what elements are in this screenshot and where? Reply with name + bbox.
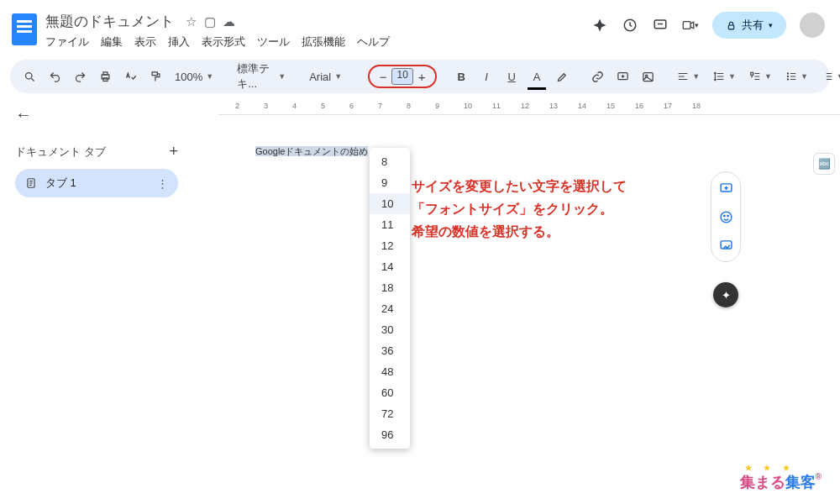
header-actions: ▾ 共有 ▾ xyxy=(591,12,825,39)
gemini-fab-icon[interactable]: ✦ xyxy=(713,282,738,307)
menu-edit[interactable]: 編集 xyxy=(101,34,123,50)
ruler-tick: 5 xyxy=(321,102,325,110)
font-size-option[interactable]: 18 xyxy=(370,277,410,298)
menu-format[interactable]: 表示形式 xyxy=(202,34,245,50)
font-size-dropdown: 89101112141824303648607296 xyxy=(370,148,410,449)
insert-image-icon[interactable] xyxy=(637,66,659,87)
share-label: 共有 xyxy=(742,18,764,33)
svg-point-21 xyxy=(727,215,727,216)
font-size-option[interactable]: 9 xyxy=(370,172,410,193)
ruler-tick: 4 xyxy=(292,102,297,110)
comments-icon[interactable] xyxy=(652,17,669,34)
font-size-option[interactable]: 72 xyxy=(370,403,410,424)
docs-logo-icon[interactable] xyxy=(12,13,37,45)
menu-insert[interactable]: 挿入 xyxy=(168,34,190,50)
add-emoji-icon[interactable] xyxy=(715,206,737,228)
font-size-control: − 10 + xyxy=(368,65,437,88)
numbered-list-dropdown[interactable]: ▼ xyxy=(816,71,840,82)
font-size-option[interactable]: 96 xyxy=(370,424,410,445)
menu-tools[interactable]: ツール xyxy=(257,34,290,50)
title-block: 無題のドキュメント ☆ ▢ ☁ ファイル 編集 表示 挿入 表示形式 ツール 拡… xyxy=(45,12,583,50)
tab-label: タブ 1 xyxy=(45,176,76,191)
account-avatar[interactable] xyxy=(800,13,825,38)
document-body-text[interactable]: Googleドキュメントの始め xyxy=(255,145,368,158)
bulleted-list-dropdown[interactable]: ▼ xyxy=(780,71,813,82)
meet-icon[interactable]: ▾ xyxy=(682,17,699,34)
search-icon[interactable] xyxy=(18,66,40,87)
svg-rect-13 xyxy=(751,72,753,75)
checklist-dropdown[interactable]: ▼ xyxy=(744,71,777,82)
menu-file[interactable]: ファイル xyxy=(45,34,89,50)
tab-menu-icon[interactable]: ⋮ xyxy=(157,177,168,190)
menu-extensions[interactable]: 拡張機能 xyxy=(302,34,345,50)
ruler[interactable]: 23456789101112131415161718 xyxy=(218,100,840,115)
app-header: 無題のドキュメント ☆ ▢ ☁ ファイル 編集 表示 挿入 表示形式 ツール 拡… xyxy=(0,0,840,53)
italic-button[interactable]: I xyxy=(475,66,497,87)
toolbar: 100%▼ 標準テキ...▼ Arial▼ − 10 + B I U A ▼ ▼… xyxy=(10,60,830,93)
add-comment-icon[interactable] xyxy=(715,177,737,199)
font-size-option[interactable]: 11 xyxy=(370,214,410,235)
font-size-option[interactable]: 8 xyxy=(370,151,410,172)
move-folder-icon[interactable]: ▢ xyxy=(204,14,216,29)
add-tab-button[interactable]: + xyxy=(169,143,178,160)
font-size-input[interactable]: 10 xyxy=(391,68,413,85)
svg-point-20 xyxy=(723,215,724,216)
translate-icon[interactable]: 🔤 xyxy=(813,153,835,175)
ruler-tick: 7 xyxy=(378,102,382,110)
font-size-option[interactable]: 60 xyxy=(370,382,410,403)
svg-point-14 xyxy=(787,73,788,74)
suggest-edits-icon[interactable] xyxy=(715,234,737,256)
line-spacing-dropdown[interactable]: ▼ xyxy=(708,71,741,82)
svg-point-15 xyxy=(787,76,788,76)
insert-link-icon[interactable] xyxy=(586,66,608,87)
font-size-option[interactable]: 10 xyxy=(370,193,410,214)
history-icon[interactable] xyxy=(622,17,638,34)
align-dropdown[interactable]: ▼ xyxy=(672,71,705,82)
doc-title[interactable]: 無題のドキュメント xyxy=(45,12,174,31)
font-size-option[interactable]: 12 xyxy=(370,235,410,256)
gemini-icon[interactable] xyxy=(591,17,608,34)
ruler-tick: 3 xyxy=(264,102,268,110)
font-value: Arial xyxy=(309,71,331,83)
highlight-button[interactable] xyxy=(551,66,573,87)
paragraph-style-dropdown[interactable]: 標準テキ...▼ xyxy=(232,61,291,92)
svg-rect-3 xyxy=(683,22,690,29)
bold-button[interactable]: B xyxy=(450,66,472,87)
ruler-tick: 12 xyxy=(521,102,529,110)
font-size-increase-button[interactable]: + xyxy=(413,70,430,84)
zoom-dropdown[interactable]: 100%▼ xyxy=(170,71,218,83)
menu-help[interactable]: ヘルプ xyxy=(357,34,390,50)
menu-view[interactable]: 表示 xyxy=(134,34,156,50)
ruler-tick: 8 xyxy=(407,102,411,110)
zoom-value: 100% xyxy=(175,71,202,83)
font-size-option[interactable]: 36 xyxy=(370,340,410,361)
font-size-decrease-button[interactable]: − xyxy=(375,70,391,84)
star-icon[interactable]: ☆ xyxy=(186,14,197,29)
font-size-option[interactable]: 24 xyxy=(370,298,410,319)
undo-icon[interactable] xyxy=(44,66,66,87)
document-tab-item[interactable]: タブ 1 ⋮ xyxy=(15,169,178,197)
ruler-tick: 17 xyxy=(664,102,672,110)
underline-button[interactable]: U xyxy=(501,66,522,87)
insert-comment-icon[interactable] xyxy=(612,66,633,87)
ruler-tick: 10 xyxy=(464,102,472,110)
font-size-option[interactable]: 30 xyxy=(370,319,410,340)
cloud-status-icon[interactable]: ☁ xyxy=(223,14,235,29)
brand-watermark: ★ ★ ★ 集まる集客® xyxy=(740,472,822,492)
ruler-tick: 16 xyxy=(635,102,643,110)
print-icon[interactable] xyxy=(94,66,116,87)
font-family-dropdown[interactable]: Arial▼ xyxy=(304,71,354,83)
svg-rect-9 xyxy=(152,71,157,75)
paint-format-icon[interactable] xyxy=(144,66,166,87)
text-color-button[interactable]: A xyxy=(526,66,548,87)
back-arrow-icon[interactable]: ← xyxy=(15,105,178,124)
font-size-option[interactable]: 48 xyxy=(370,361,410,382)
rail-group xyxy=(711,171,741,262)
redo-icon[interactable] xyxy=(69,66,91,87)
share-button[interactable]: 共有 ▾ xyxy=(712,12,786,39)
selected-text: Googleドキュメントの始め xyxy=(255,146,368,156)
spellcheck-icon[interactable] xyxy=(119,66,141,87)
font-size-option[interactable]: 14 xyxy=(370,256,410,277)
comment-rail: ✦ xyxy=(711,171,741,307)
page[interactable]: Googleドキュメントの始め xyxy=(218,118,731,504)
